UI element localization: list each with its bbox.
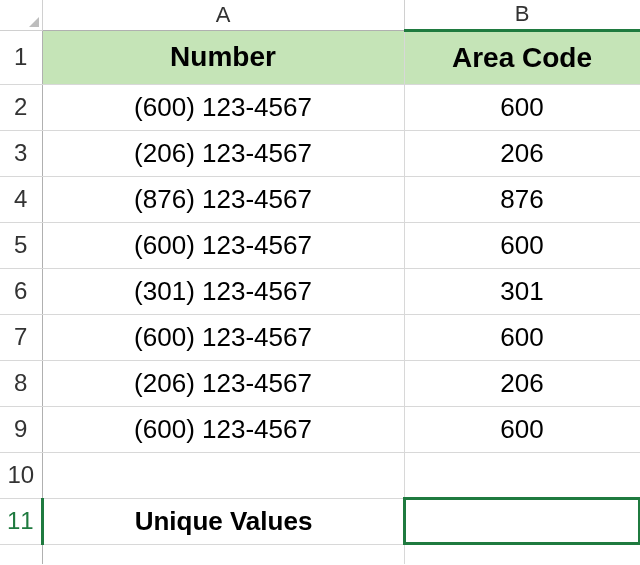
row-2: 2 (600) 123-4567 600: [0, 84, 640, 130]
row-header-2[interactable]: 2: [0, 84, 42, 130]
cell-A8[interactable]: (206) 123-4567: [42, 360, 404, 406]
row-header-1[interactable]: 1: [0, 30, 42, 84]
row-11: 11 Unique Values: [0, 498, 640, 544]
select-all-corner[interactable]: [0, 0, 42, 30]
cell-B4[interactable]: 876: [404, 176, 640, 222]
cell-B3[interactable]: 206: [404, 130, 640, 176]
cell-B12[interactable]: [404, 544, 640, 564]
column-header-row: A B: [0, 0, 640, 30]
row-header-4[interactable]: 4: [0, 176, 42, 222]
row-1: 1 Number Area Code: [0, 30, 640, 84]
row-header-8[interactable]: 8: [0, 360, 42, 406]
grid: A B 1 Number Area Code 2 (600) 123-4567 …: [0, 0, 640, 564]
row-8: 8 (206) 123-4567 206: [0, 360, 640, 406]
row-header-9[interactable]: 9: [0, 406, 42, 452]
row-3: 3 (206) 123-4567 206: [0, 130, 640, 176]
row-6: 6 (301) 123-4567 301: [0, 268, 640, 314]
row-header-5[interactable]: 5: [0, 222, 42, 268]
row-header-7[interactable]: 7: [0, 314, 42, 360]
row-7: 7 (600) 123-4567 600: [0, 314, 640, 360]
column-header-B[interactable]: B: [404, 0, 640, 30]
column-header-A[interactable]: A: [42, 0, 404, 30]
cell-B9[interactable]: 600: [404, 406, 640, 452]
cell-A9[interactable]: (600) 123-4567: [42, 406, 404, 452]
row-12: [0, 544, 640, 564]
cell-B8[interactable]: 206: [404, 360, 640, 406]
row-header-3[interactable]: 3: [0, 130, 42, 176]
row-4: 4 (876) 123-4567 876: [0, 176, 640, 222]
row-header-11[interactable]: 11: [0, 498, 42, 544]
cell-A5[interactable]: (600) 123-4567: [42, 222, 404, 268]
cell-A6[interactable]: (301) 123-4567: [42, 268, 404, 314]
cell-B2[interactable]: 600: [404, 84, 640, 130]
cell-A2[interactable]: (600) 123-4567: [42, 84, 404, 130]
cell-A4[interactable]: (876) 123-4567: [42, 176, 404, 222]
row-10: 10: [0, 452, 640, 498]
row-9: 9 (600) 123-4567 600: [0, 406, 640, 452]
row-header-6[interactable]: 6: [0, 268, 42, 314]
row-header-12[interactable]: [0, 544, 42, 564]
cell-B6[interactable]: 301: [404, 268, 640, 314]
row-5: 5 (600) 123-4567 600: [0, 222, 640, 268]
cell-B10[interactable]: [404, 452, 640, 498]
row-header-10[interactable]: 10: [0, 452, 42, 498]
cell-B7[interactable]: 600: [404, 314, 640, 360]
cell-B1[interactable]: Area Code: [404, 30, 640, 84]
cell-A7[interactable]: (600) 123-4567: [42, 314, 404, 360]
cell-A10[interactable]: [42, 452, 404, 498]
cell-A3[interactable]: (206) 123-4567: [42, 130, 404, 176]
cell-A1[interactable]: Number: [42, 30, 404, 84]
cell-A11[interactable]: Unique Values: [42, 498, 404, 544]
cell-A12[interactable]: [42, 544, 404, 564]
cell-B11[interactable]: [404, 498, 640, 544]
cell-B5[interactable]: 600: [404, 222, 640, 268]
spreadsheet: A B 1 Number Area Code 2 (600) 123-4567 …: [0, 0, 640, 565]
